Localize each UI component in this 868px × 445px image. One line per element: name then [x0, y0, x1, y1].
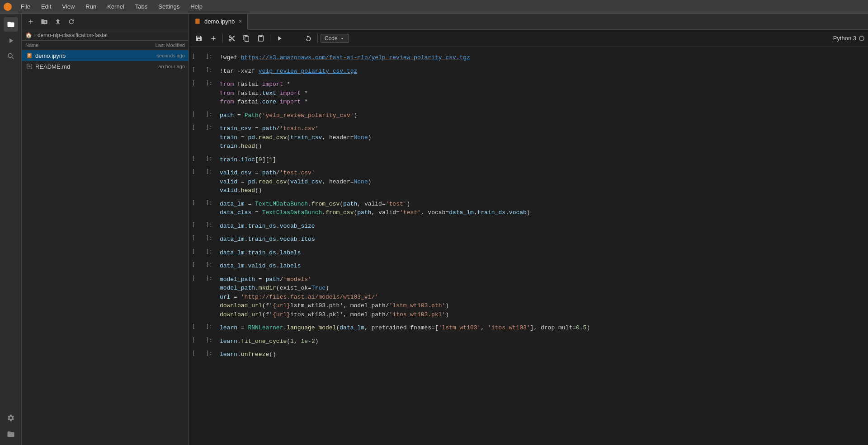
cell-8-gutter: [ ]:: [189, 198, 216, 219]
sidebar: 🏠 › demo-nlp-classification-fastai Name …: [22, 14, 189, 445]
cell-2-content[interactable]: !tar -xvzf yelp_review_polarity_csv.tgz: [216, 65, 868, 78]
cell-6-content[interactable]: train.iloc[0][1]: [216, 154, 868, 166]
svg-rect-6: [195, 19, 199, 24]
tab-file-icon: [194, 18, 201, 24]
breadcrumb-home-icon[interactable]: 🏠: [25, 32, 32, 38]
cell-6: [ ]: train.iloc[0][1]: [189, 154, 868, 166]
file-name-demo: demo.ipynb: [35, 52, 126, 59]
cell-10-content[interactable]: data_lm.train_ds.vocab.itos: [216, 233, 868, 246]
cell-5-content[interactable]: train_csv = path/'train.csv' train = pd.…: [216, 122, 868, 153]
cell-14-content[interactable]: learn = RNNLearner.language_model(data_l…: [216, 322, 868, 334]
cell-11: [ ]: data_lm.train_ds.labels: [189, 247, 868, 259]
tab-bar: demo.ipynb ×: [189, 14, 868, 30]
cell-11-content[interactable]: data_lm.train_ds.labels: [216, 247, 868, 259]
cell-12: [ ]: data_lm.valid_ds.labels: [189, 260, 868, 272]
file-name-readme: README.md: [35, 63, 126, 70]
activity-bar: [0, 14, 22, 445]
cell-2: [ ]: !tar -xvzf yelp_review_polarity_csv…: [189, 65, 868, 78]
menu-kernel[interactable]: Kernel: [105, 2, 126, 11]
cell-5-gutter: [ ]:: [189, 122, 216, 153]
menu-view[interactable]: View: [60, 2, 76, 11]
file-modified-readme: an hour ago: [126, 64, 185, 69]
cell-7-content[interactable]: valid_csv = path/'test.csv' valid = pd.r…: [216, 167, 868, 197]
toolbar-separator-1: [222, 34, 223, 43]
menu-help[interactable]: Help: [189, 2, 204, 11]
cell-10-gutter: [ ]:: [189, 233, 216, 246]
menu-tabs[interactable]: Tabs: [133, 2, 149, 11]
restart-button[interactable]: [302, 32, 315, 45]
save-button[interactable]: [193, 32, 205, 45]
file-list: demo.ipynb seconds ago README.md an hour…: [22, 50, 189, 445]
cell-type-dropdown[interactable]: Code: [321, 34, 349, 43]
menu-run[interactable]: Run: [84, 2, 98, 11]
cell-4-content[interactable]: path = Path('yelp_review_polarity_csv'): [216, 109, 868, 122]
cell-11-gutter: [ ]:: [189, 247, 216, 259]
menu-bar: File Edit View Run Kernel Tabs Settings …: [0, 0, 868, 14]
cell-9: [ ]: data_lm.train_ds.vocab_size: [189, 220, 868, 233]
notebook-body: [ ]: !wget https://s3.amazonaws.com/fast…: [189, 47, 868, 445]
file-item-demo-ipynb[interactable]: demo.ipynb seconds ago: [22, 50, 189, 61]
file-list-header: Name Last Modified: [22, 41, 189, 50]
main-content: demo.ipynb ×: [189, 14, 868, 445]
activity-folder-icon[interactable]: [4, 427, 18, 441]
cell-8: [ ]: data_lm = TextLMDataBunch.from_csv(…: [189, 198, 868, 219]
cell-3-gutter: [ ]:: [189, 78, 216, 108]
cell-12-content[interactable]: data_lm.valid_ds.labels: [216, 260, 868, 272]
toolbar-separator-3: [317, 34, 318, 43]
kernel-status-indicator: [859, 36, 864, 41]
cell-4: [ ]: path = Path('yelp_review_polarity_c…: [189, 109, 868, 122]
app-logo: [4, 3, 12, 11]
cell-6-gutter: [ ]:: [189, 154, 216, 166]
file-item-readme[interactable]: README.md an hour ago: [22, 61, 189, 72]
kernel-name-label: Python 3: [833, 35, 856, 42]
cell-10: [ ]: data_lm.train_ds.vocab.itos: [189, 233, 868, 246]
activity-running-icon[interactable]: [4, 33, 18, 48]
tab-close-button[interactable]: ×: [238, 18, 242, 25]
cell-13: [ ]: model_path = path/'models' model_pa…: [189, 273, 868, 321]
cell-16-gutter: [ ]:: [189, 348, 216, 361]
interrupt-button[interactable]: [288, 32, 300, 45]
menu-edit[interactable]: Edit: [39, 2, 53, 11]
cell-9-gutter: [ ]:: [189, 220, 216, 233]
menu-settings[interactable]: Settings: [156, 2, 181, 11]
cut-cell-button[interactable]: [226, 32, 238, 45]
cell-4-gutter: [ ]:: [189, 109, 216, 122]
add-cell-button[interactable]: [207, 32, 220, 45]
cell-2-gutter: [ ]:: [189, 65, 216, 78]
cell-9-content[interactable]: data_lm.train_ds.vocab_size: [216, 220, 868, 233]
cell-type-label: Code: [325, 35, 338, 42]
activity-files-icon[interactable]: [4, 17, 18, 32]
cell-16: [ ]: learn.unfreeze(): [189, 348, 868, 361]
sidebar-toolbar: [22, 14, 189, 30]
activity-search-icon[interactable]: [4, 50, 18, 64]
tab-demo-ipynb[interactable]: demo.ipynb ×: [189, 14, 248, 30]
cell-15-content[interactable]: learn.fit_one_cycle(1, 1e-2): [216, 335, 868, 348]
cell-15: [ ]: learn.fit_one_cycle(1, 1e-2): [189, 335, 868, 348]
upload-button[interactable]: [52, 16, 63, 27]
cell-3-content[interactable]: from fastai import * from fastai.text im…: [216, 78, 868, 108]
new-folder-button[interactable]: [39, 16, 50, 27]
breadcrumb-folder[interactable]: demo-nlp-classification-fastai: [38, 32, 108, 38]
cell-13-content[interactable]: model_path = path/'models' model_path.mk…: [216, 273, 868, 321]
notebook-toolbar: Code Python 3: [189, 30, 868, 47]
cell-1-content[interactable]: !wget https://s3.amazonaws.com/fast-ai-n…: [216, 52, 868, 64]
refresh-button[interactable]: [66, 16, 77, 27]
svg-point-0: [8, 54, 12, 58]
cell-12-gutter: [ ]:: [189, 260, 216, 272]
cell-16-content[interactable]: learn.unfreeze(): [216, 348, 868, 361]
new-file-button[interactable]: [25, 16, 36, 27]
cell-7: [ ]: valid_csv = path/'test.csv' valid =…: [189, 167, 868, 197]
activity-settings-icon[interactable]: [4, 411, 18, 425]
breadcrumb: 🏠 › demo-nlp-classification-fastai: [22, 30, 189, 41]
run-cell-button[interactable]: [273, 32, 286, 45]
copy-cell-button[interactable]: [240, 32, 253, 45]
kernel-selector: Python 3: [833, 35, 864, 42]
cell-1: [ ]: !wget https://s3.amazonaws.com/fast…: [189, 52, 868, 64]
cell-15-gutter: [ ]:: [189, 335, 216, 348]
paste-cell-button[interactable]: [255, 32, 267, 45]
menu-file[interactable]: File: [19, 2, 32, 11]
cell-5: [ ]: train_csv = path/'train.csv' train …: [189, 122, 868, 153]
cell-1-gutter: [ ]:: [189, 52, 216, 64]
cell-8-content[interactable]: data_lm = TextLMDataBunch.from_csv(path,…: [216, 198, 868, 219]
markdown-file-icon: [25, 62, 33, 70]
